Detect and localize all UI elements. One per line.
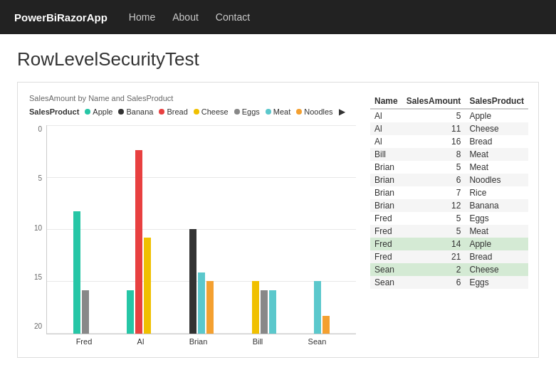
y-label-20: 20 [34,322,42,330]
y-label-10: 10 [34,224,42,232]
y-axis: 20 15 10 5 0 [29,125,46,346]
cell-product: Meat [465,161,528,174]
bread-dot [159,109,164,115]
x-label-bill: Bill [253,337,263,346]
legend-eggs: Eggs [234,107,260,116]
x-label-sean: Sean [308,337,327,346]
bar-group-al [127,150,151,334]
cell-name: Brian [370,161,402,174]
bar-brian-5 [198,272,205,334]
table-row: Fred5Meat [370,225,528,238]
cell-product: Bread [465,135,528,148]
cell-product: Bread [465,250,528,263]
bar-brian-6 [206,281,214,334]
y-label-15: 15 [34,273,42,281]
cell-name: Fred [370,238,402,250]
table-row: Brian5Meat [370,161,528,174]
table-row: Brian12Banana [370,199,528,212]
cell-amount: 6 [402,174,466,186]
chart-title: SalesAmount by Name and SalesProduct [29,94,356,102]
cell-product: Meat [465,225,528,238]
table-row: Fred21Bread [370,250,528,263]
nav-about[interactable]: About [172,11,199,23]
legend-bread-label: Bread [167,107,187,116]
nav-contact[interactable]: Contact [216,11,250,23]
legend-meat-label: Meat [273,107,290,116]
legend-arrow[interactable]: ▶ [339,107,345,117]
bar-al-2 [135,150,142,334]
cell-product: Cheese [465,263,528,276]
cell-name: Al [370,109,402,122]
bar-brian-1 [189,229,196,334]
cell-product: Apple [465,238,528,250]
bar-sean-6 [322,316,330,334]
table-header-row: Name SalesAmount SalesProduct [370,94,528,109]
y-label-0: 0 [38,125,42,133]
cell-product: Meat [465,148,528,161]
cell-product: Apple [465,109,528,122]
cell-product: Banana [465,199,528,212]
table-row: Al16Bread [370,135,528,148]
cell-product: Eggs [465,212,528,225]
bar-bill-4 [261,290,268,334]
cell-product: Cheese [465,122,528,135]
x-labels: Fred Al Brian Bill Sean [46,334,356,346]
cell-amount: 5 [402,212,466,225]
navbar: PowerBiRazorApp Home About Contact [0,0,556,34]
data-table: Name SalesAmount SalesProduct Al5AppleAl… [370,94,528,289]
cell-amount: 11 [402,122,466,135]
cell-amount: 6 [402,276,466,289]
cell-amount: 5 [402,109,466,122]
table-row: Brian7Rice [370,186,528,199]
col-salesproduct: SalesProduct [465,94,528,109]
cheese-dot [194,109,199,115]
bar-al-3 [144,238,151,334]
cell-amount: 5 [402,225,466,238]
cell-name: Al [370,122,402,135]
cell-name: Bill [370,148,402,161]
legend-meat: Meat [266,107,290,116]
bars-area [46,125,356,334]
cell-name: Brian [370,199,402,212]
bar-group-sean [314,281,330,334]
cell-product: Noodles [465,174,528,186]
cell-name: Fred [370,225,402,238]
chart-inner: Fred Al Brian Bill Sean [46,125,356,346]
bar-group-bill [252,281,276,334]
table-row: Sean6Eggs [370,276,528,289]
legend-noodles: Noodles [296,107,332,116]
cell-product: Rice [465,186,528,199]
x-label-al: Al [137,337,145,346]
x-label-fred: Fred [76,337,93,346]
nav-home[interactable]: Home [129,11,155,23]
cell-amount: 8 [402,148,466,161]
cell-amount: 21 [402,250,466,263]
bar-group-fred [73,211,89,334]
legend-noodles-label: Noodles [304,107,332,116]
navbar-brand: PowerBiRazorApp [14,11,107,23]
bar-bill-3 [252,281,259,334]
col-salesamount: SalesAmount [402,94,466,109]
navbar-links: Home About Contact [129,11,250,23]
cell-amount: 12 [402,199,466,212]
table-row: Fred5Eggs [370,212,528,225]
cell-name: Brian [370,174,402,186]
bar-al-0 [127,290,134,334]
legend-label: SalesProduct [29,107,79,116]
cell-name: Fred [370,212,402,225]
legend-bread: Bread [159,107,187,116]
page-content: RowLevelSecurityTest SalesAmount by Name… [0,34,556,372]
table-row: Sean2Cheese [370,263,528,276]
cell-amount: 14 [402,238,466,250]
cell-amount: 5 [402,161,466,174]
cell-name: Sean [370,263,402,276]
cell-product: Eggs [465,276,528,289]
bar-chart: 20 15 10 5 0 [29,125,356,346]
bar-sean-5 [314,281,321,334]
table-row: Fred14Apple [370,238,528,250]
chart-area: SalesAmount by Name and SalesProduct Sal… [29,94,356,346]
bar-fred-4 [82,290,89,334]
table-row: Bill8Meat [370,148,528,161]
table-row: Al11Cheese [370,122,528,135]
eggs-dot [234,109,240,115]
